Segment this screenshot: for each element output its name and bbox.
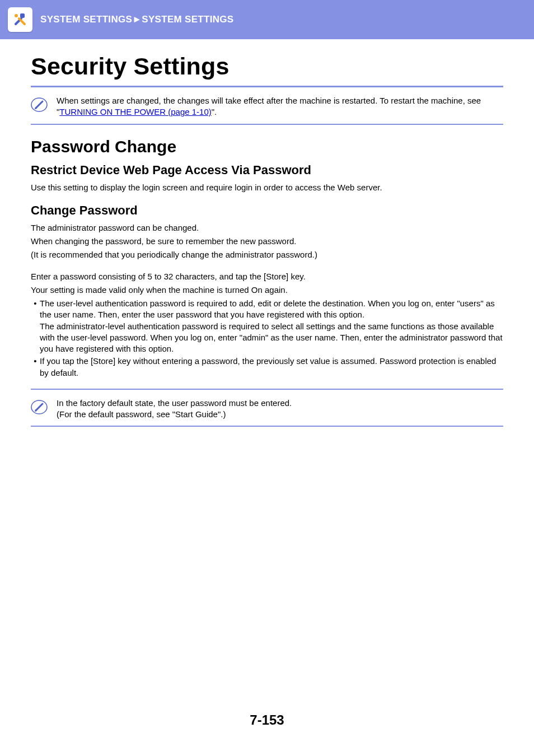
svg-point-3	[15, 14, 18, 17]
bullet-icon: •	[31, 298, 40, 354]
power-link[interactable]: TURNING ON THE POWER (page 1-10)	[59, 107, 211, 116]
info-text: In the factory default state, the user p…	[57, 398, 292, 421]
info-suffix: ".	[212, 107, 217, 116]
breadcrumb-separator-icon: ►	[132, 14, 142, 25]
breadcrumb-right: SYSTEM SETTINGS	[142, 14, 233, 25]
divider	[31, 86, 503, 87]
list-item: • The user-level authentication password…	[31, 298, 503, 354]
bullet-icon: •	[31, 356, 40, 379]
page-number: 7-153	[0, 712, 534, 728]
bullet-list: • The user-level authentication password…	[31, 298, 503, 379]
divider	[31, 426, 503, 427]
info-callout: When settings are changed, the changes w…	[31, 95, 503, 118]
bullet-text: If you tap the [Store] key without enter…	[40, 356, 503, 379]
content-area: Security Settings When settings are chan…	[0, 53, 534, 427]
svg-rect-1	[20, 13, 25, 18]
svg-line-5	[36, 101, 43, 108]
info-line: (For the default password, see "Start Gu…	[57, 409, 226, 419]
subsection-restrict-access: Restrict Device Web Page Access Via Pass…	[31, 163, 503, 178]
breadcrumb: SYSTEM SETTINGS►SYSTEM SETTINGS	[40, 14, 233, 25]
info-callout: In the factory default state, the user p…	[31, 398, 503, 421]
info-pencil-icon	[31, 399, 48, 416]
page-title: Security Settings	[31, 53, 503, 80]
divider	[31, 124, 503, 125]
body-text: When changing the password, be sure to r…	[31, 236, 503, 247]
subsection-change-password: Change Password	[31, 203, 503, 218]
body-text: Enter a password consisting of 5 to 32 c…	[31, 271, 503, 282]
settings-tools-icon	[8, 7, 32, 32]
list-item: • If you tap the [Store] key without ent…	[31, 356, 503, 379]
bullet-text: The administrator-level authentication p…	[40, 321, 503, 354]
info-text: When settings are changed, the changes w…	[57, 95, 503, 118]
header-bar: SYSTEM SETTINGS►SYSTEM SETTINGS	[0, 0, 534, 39]
bullet-text: The user-level authentication password i…	[40, 298, 495, 319]
body-text: The administrator password can be change…	[31, 222, 503, 234]
info-pencil-icon	[31, 96, 48, 113]
body-text: Your setting is made valid only when the…	[31, 284, 503, 296]
divider	[31, 389, 503, 390]
body-text: Use this setting to display the login sc…	[31, 182, 503, 193]
info-line: In the factory default state, the user p…	[57, 398, 292, 408]
body-text: (It is recommended that you periodically…	[31, 249, 503, 260]
breadcrumb-left: SYSTEM SETTINGS	[40, 14, 132, 25]
section-title-password-change: Password Change	[31, 137, 503, 156]
svg-line-8	[36, 404, 43, 410]
